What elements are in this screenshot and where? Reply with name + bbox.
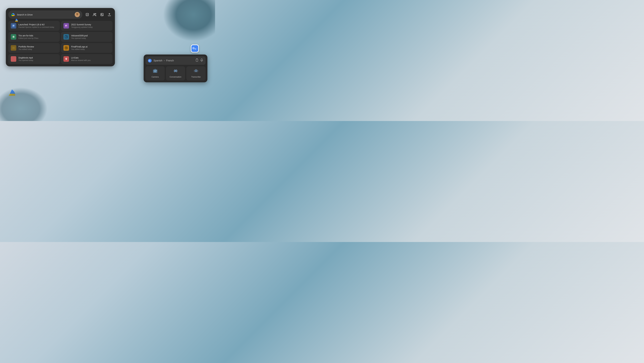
conversation-mode-button[interactable]: Conversation: [166, 66, 185, 80]
translate-input-row[interactable]: G Spanish → French: [146, 56, 206, 65]
svg-rect-45: [196, 59, 198, 61]
file-name: DogMovie.mp4: [18, 56, 57, 59]
file-name: Trix are for kids: [18, 34, 57, 37]
microphone-icon[interactable]: [200, 58, 203, 63]
file-info: LA Eats Marcus shared with you: [71, 56, 110, 61]
people-icon[interactable]: [92, 11, 98, 18]
svg-text:G: G: [149, 59, 150, 62]
svg-point-23: [65, 26, 66, 26]
search-bar[interactable]: Search in Drive: [8, 10, 82, 19]
translate-language-pair: Spanish → French: [154, 59, 194, 62]
file-meta: You edited today: [71, 48, 110, 50]
file-name: Portfolio Review: [18, 45, 57, 48]
file-item-dogmovie[interactable]: DogMovie.mp4 You opened today: [8, 54, 60, 64]
file-item-ai[interactable]: Ai FinalFinalLogo.ai You edited today: [61, 43, 112, 53]
ai-icon: Ai: [64, 45, 69, 51]
svg-point-9: [94, 13, 95, 14]
file-name: LA Eats: [71, 56, 110, 59]
camera-icon: [153, 69, 158, 74]
svg-point-6: [76, 13, 77, 14]
transcribe-icon: [194, 69, 198, 74]
file-name: Launched: Project LB & MJ: [18, 23, 57, 26]
svg-rect-33: [12, 47, 14, 48]
translate-widget: G Spanish → French: [144, 54, 208, 82]
file-info: Launched: Project LB & MJ Randall Spence…: [18, 23, 57, 28]
drive-app-icon[interactable]: [8, 89, 16, 97]
svg-point-53: [176, 70, 177, 71]
gdoc-icon: [11, 34, 16, 40]
file-name: Volcano0309.psd: [71, 34, 110, 37]
file-meta: Randall Spence replied to a comment toda…: [18, 26, 57, 28]
file-info: 2022 Summit Survey Yangguang updated tod…: [71, 23, 110, 28]
drive-widget: Search in Drive: [6, 8, 115, 66]
upload-icon[interactable]: [106, 11, 112, 18]
translate-action-icons: [196, 58, 203, 63]
file-name: 2022 Summit Survey: [71, 23, 110, 26]
svg-rect-46: [201, 59, 202, 60]
maps-icon: [64, 56, 69, 62]
file-meta: Marcus shared with you: [71, 59, 110, 61]
docs-icon: [11, 23, 16, 28]
conversation-icon: [173, 69, 178, 74]
file-name: FinalFinalLogo.ai: [71, 45, 110, 48]
file-meta: Edited just now by Chou: [18, 37, 57, 39]
files-grid: Launched: Project LB & MJ Randall Spence…: [8, 21, 112, 64]
file-meta: You edited today: [18, 48, 57, 50]
file-info: Portfolio Review You edited today: [18, 45, 57, 50]
avatar[interactable]: [75, 12, 80, 17]
clipboard-icon[interactable]: [196, 58, 198, 63]
translate-app-icon[interactable]: G A: [191, 44, 199, 52]
svg-text:Ai: Ai: [65, 47, 66, 49]
svg-point-12: [101, 14, 102, 14]
file-info: Trix are for kids Edited just now by Cho…: [18, 34, 57, 39]
video-icon: [11, 56, 16, 62]
drive-logo-icon: [14, 18, 18, 22]
file-item-trix[interactable]: Trix are for kids Edited just now by Cho…: [8, 32, 60, 42]
drive-logo-icon: [11, 12, 15, 17]
image-icon[interactable]: [99, 11, 105, 18]
file-item-summit-survey[interactable]: 2022 Summit Survey Yangguang updated tod…: [61, 21, 112, 31]
file-meta: Yangguang updated today: [71, 26, 110, 28]
search-row: Search in Drive: [8, 10, 112, 19]
svg-rect-8: [86, 13, 89, 16]
file-info: DogMovie.mp4 You opened today: [18, 56, 57, 61]
camera-mode-button[interactable]: Camera: [146, 66, 165, 80]
google-g-logo: G: [148, 59, 152, 62]
file-item-launched-project[interactable]: Launched: Project LB & MJ Randall Spence…: [8, 21, 60, 31]
svg-rect-11: [101, 13, 104, 16]
svg-point-21: [65, 25, 66, 25]
svg-rect-36: [12, 58, 14, 60]
checkbox-icon[interactable]: [84, 11, 90, 18]
action-icons-row: [84, 11, 112, 18]
file-item-la-eats[interactable]: LA Eats Marcus shared with you: [61, 54, 112, 64]
file-item-portfolio[interactable]: Portfolio Review You edited today: [8, 43, 60, 53]
svg-point-22: [65, 25, 66, 26]
forms-icon: [64, 23, 69, 28]
translate-modes: Camera Conversation: [146, 66, 206, 80]
slides-icon: [11, 45, 16, 51]
conversation-label: Conversation: [170, 76, 182, 78]
transcribe-label: Transcribe: [191, 76, 201, 78]
svg-text:Ps: Ps: [65, 36, 67, 38]
svg-point-10: [95, 13, 96, 14]
svg-rect-13: [12, 24, 15, 27]
file-meta: You opened today: [18, 59, 57, 61]
svg-point-51: [156, 70, 157, 70]
svg-point-38: [66, 58, 66, 59]
svg-point-7: [78, 13, 78, 14]
file-item-volcano-psd[interactable]: Ps Volcano0309.psd You opened today: [61, 32, 112, 42]
svg-text:A: A: [195, 48, 196, 50]
svg-point-50: [155, 71, 156, 71]
translate-icon: G A: [192, 45, 198, 52]
transcribe-mode-button[interactable]: Transcribe: [186, 66, 206, 80]
search-input-label: Search in Drive: [17, 13, 73, 16]
file-info: FinalFinalLogo.ai You edited today: [71, 45, 110, 50]
svg-point-52: [174, 70, 176, 71]
file-info: Volcano0309.psd You opened today: [71, 34, 110, 39]
file-meta: You opened today: [71, 37, 110, 39]
camera-label: Camera: [152, 76, 158, 78]
ps-icon: Ps: [64, 34, 69, 40]
